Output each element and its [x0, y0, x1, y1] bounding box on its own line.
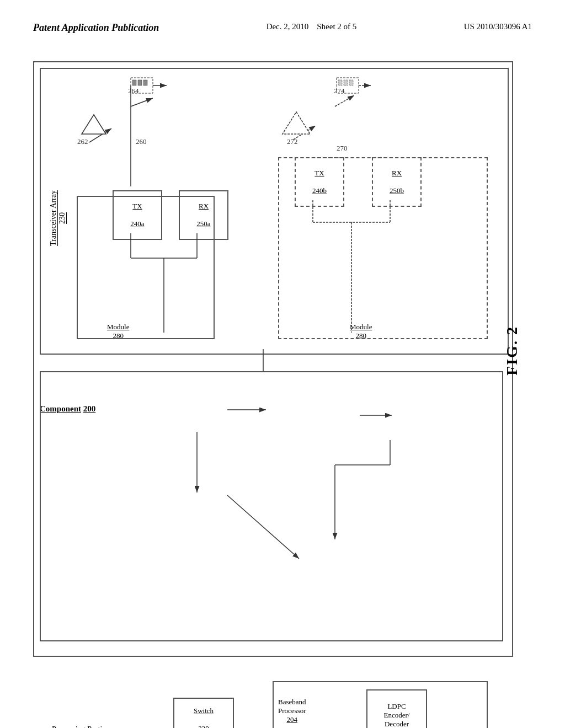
processing-label: Processing Portion 202	[52, 725, 110, 728]
switch-block: Switch 220	[173, 698, 234, 728]
publication-date-sheet: Dec. 2, 2010 Sheet 2 of 5	[266, 22, 357, 31]
diagram-area: Component 200 Transceiver Array 230 TX 2…	[33, 61, 532, 657]
transceiver-label: Transceiver Array 230	[49, 190, 67, 246]
left-module-box	[77, 196, 215, 339]
baseband-label: BasebandProcessor204	[278, 698, 306, 724]
ldpc-block: LDPCEncoder/Decoder206	[366, 689, 427, 728]
transceiver-array-box: Transceiver Array 230 TX 240a RX 250a TX…	[40, 68, 509, 355]
sheet-info: Sheet 2 of 5	[317, 22, 356, 31]
component-outer-box: Component 200 Transceiver Array 230 TX 2…	[33, 61, 513, 657]
publication-title: Patent Application Publication	[33, 22, 159, 34]
processing-portion-box: Processing Portion 202 Switch 220 Baseba…	[40, 371, 503, 641]
pub-date: Dec. 2, 2010	[266, 22, 309, 31]
patent-number: US 2010/303096 A1	[464, 22, 532, 31]
page-header: Patent Application Publication Dec. 2, 2…	[0, 0, 565, 45]
right-module-box	[278, 157, 488, 339]
figure-label: FIG. 2	[503, 326, 521, 376]
